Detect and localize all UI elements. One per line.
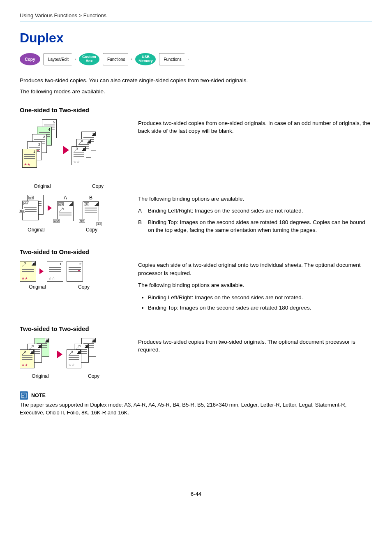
note-label: NOTE [31, 393, 46, 398]
svg-point-1 [22, 395, 24, 397]
caption-original: Original [20, 183, 65, 189]
arrow-icon [63, 146, 69, 154]
arrow-icon [39, 268, 44, 274]
pg-num: 1 [32, 262, 35, 266]
diagram-binding: ghi def abc A ghi abc B ghi abc def [20, 195, 127, 233]
caption-original: Original [20, 284, 55, 290]
pg-num: 5 [92, 132, 95, 136]
pg-num: 2 [79, 262, 81, 266]
s2-bullet-1: Binding Left/Right: Images on the second… [148, 294, 372, 302]
label-a: A [53, 195, 77, 201]
s2-binding-intro: The following binding options are availa… [138, 281, 372, 289]
opt-b-text: Binding Top: Images on the second sides … [148, 218, 372, 234]
opt-key-a: A [138, 207, 144, 215]
note-icon [20, 391, 28, 400]
binding-intro: The following binding options are availa… [138, 195, 372, 203]
pg-num: 4 [48, 127, 50, 132]
pg-num: 1 [78, 350, 80, 354]
opt-a-text: Binding Left/Right: Images on the second… [148, 207, 303, 215]
badge-row: Copy Layout/Edit Custom Box Functions US… [20, 53, 372, 65]
tok: ghi [58, 202, 64, 206]
pg-num: 5 [53, 120, 55, 124]
tok: def [96, 222, 102, 226]
heading-two-sided-to-one-sided: Two-sided to One-sided [20, 248, 372, 255]
diagram-two-to-one: 1★★ 1☆☆ 2 Original Copy [20, 261, 127, 290]
tok: abc [53, 219, 60, 223]
label-b: B [79, 195, 103, 201]
note-text: The paper sizes supported in Duplex mode… [20, 401, 372, 417]
caption-original: Original [20, 373, 61, 379]
note-box: NOTE The paper sizes supported in Duplex… [20, 391, 372, 417]
tok: ghi [28, 196, 34, 199]
page-number: 6-44 [20, 491, 372, 497]
tok: abc [19, 209, 25, 213]
pg-num: 3 [88, 140, 90, 144]
caption-copy: Copy [73, 373, 114, 379]
caption-copy: Copy [63, 284, 104, 290]
s2-desc: Copies each side of a two-sided original… [138, 261, 372, 277]
divider [20, 21, 372, 21]
arrow-icon [48, 205, 52, 211]
heading-two-sided-to-two-sided: Two-sided to Two-sided [20, 325, 372, 332]
badge-functions-1: Functions [103, 53, 132, 65]
caption-copy: Copy [81, 183, 114, 189]
opt-key-b: B [138, 218, 144, 234]
tok: abc [79, 219, 85, 223]
pg-num: 3 [43, 135, 45, 139]
pg-num: 5 [46, 339, 48, 343]
svg-line-2 [24, 394, 25, 395]
pg-num: 3 [85, 345, 87, 349]
badge-layout-edit: Layout/Edit [44, 53, 76, 65]
s1-desc: Produces two-sided copies from one-sided… [138, 119, 372, 135]
s3-desc: Produces two-sided copies from two-sided… [138, 338, 372, 354]
badge-copy: Copy [20, 53, 40, 65]
pg-num: 1 [60, 262, 62, 266]
heading-one-sided-to-two-sided: One-sided to Two-sided [20, 106, 372, 113]
tok: def [23, 201, 29, 205]
badge-functions-2: Functions [159, 53, 188, 65]
intro-text-2: The following modes are available. [20, 88, 372, 96]
caption-original: Original [20, 227, 53, 233]
arrow-icon [57, 350, 62, 358]
tok: ghi [84, 202, 89, 206]
diagram-two-to-two: 5 3 1★★ 5 3 1☆☆ Original Copy [20, 338, 127, 379]
badge-custom-box: Custom Box [79, 53, 99, 65]
page-title: Duplex [20, 30, 372, 46]
badge-usb-memory: USB Memory [135, 53, 156, 65]
pg-num: 1 [33, 150, 35, 154]
pg-num: 3 [38, 345, 40, 349]
intro-text-1: Produces two-sided copies. You can also … [20, 77, 372, 85]
s2-bullet-2: Binding Top: Images on the second sides … [148, 304, 372, 312]
pg-num: 1 [83, 147, 85, 151]
diagram-one-to-two: 5 4 3 2 1★★ 5 3 1☆☆ Original Copy [20, 119, 127, 189]
pg-num: 1 [31, 350, 33, 354]
pg-num: 2 [38, 142, 40, 146]
caption-copy: Copy [73, 227, 110, 233]
breadcrumb: Using Various Functions > Functions [20, 12, 372, 18]
pg-num: 5 [92, 339, 95, 343]
